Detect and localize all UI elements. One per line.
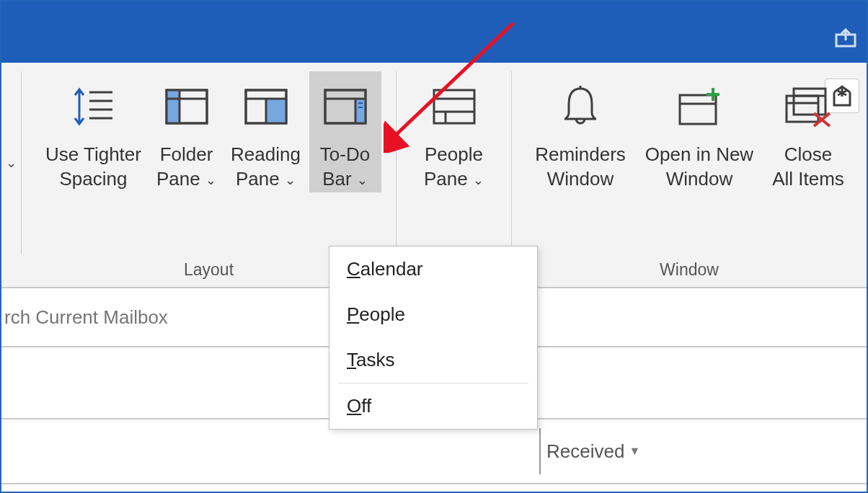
chevron-down-icon: ⌄	[357, 173, 368, 187]
folder-pane-button[interactable]: Folder Pane ⌄	[151, 71, 223, 192]
reminders-window-button[interactable]: Reminders Window	[523, 71, 637, 191]
bell-icon	[559, 74, 602, 139]
menu-item-off[interactable]: Off	[329, 383, 537, 429]
tighter-spacing-icon	[69, 74, 118, 139]
sort-label: Received	[546, 440, 624, 463]
label-line1: Reading	[231, 143, 301, 165]
label-line2: All Items	[772, 168, 844, 190]
label-line2: Spacing	[60, 168, 128, 190]
todo-bar-dropdown: Calendar People Tasks Off	[329, 246, 538, 430]
title-bar	[1, 1, 867, 63]
chevron-down-icon: ⌄	[6, 155, 17, 171]
chevron-down-icon: ▼	[629, 445, 640, 458]
menu-item-calendar[interactable]: Calendar	[329, 246, 537, 292]
people-pane-icon	[431, 74, 477, 139]
label-line1: Use Tighter	[45, 143, 141, 165]
open-new-window-button[interactable]: Open in New Window	[637, 71, 761, 191]
svg-rect-25	[794, 89, 825, 115]
group-overflow-button[interactable]: ⌄	[1, 71, 22, 254]
use-tighter-spacing-button[interactable]: Use Tighter Spacing	[37, 71, 151, 192]
svg-rect-27	[787, 96, 818, 122]
label-line1: Reminders	[535, 143, 626, 165]
reading-pane-button[interactable]: Reading Pane ⌄	[223, 71, 309, 192]
reading-pane-icon	[243, 74, 289, 139]
svg-rect-2	[167, 90, 180, 123]
folder-pane-icon	[164, 74, 210, 139]
label-line2: Pane	[424, 168, 468, 190]
svg-rect-7	[266, 99, 286, 123]
label-line1: Folder	[160, 143, 213, 165]
group-label-window: Window	[512, 260, 867, 280]
label-line2: Window	[547, 168, 614, 190]
new-window-icon	[674, 74, 725, 139]
chevron-down-icon: ⌄	[473, 173, 484, 187]
label-line1: To-Do	[320, 143, 370, 165]
close-all-items-button[interactable]: Close All Items	[761, 71, 855, 191]
close-windows-icon	[782, 74, 834, 139]
chevron-down-icon: ⌄	[285, 173, 296, 187]
sort-received-button[interactable]: Received ▼	[539, 428, 640, 474]
label-line2: Bar	[322, 168, 351, 190]
label-line1: People	[425, 143, 483, 165]
label-line2: Pane	[156, 168, 200, 190]
label-line2: Pane	[236, 168, 280, 190]
menu-item-people[interactable]: People	[329, 292, 537, 337]
menu-item-tasks[interactable]: Tasks	[329, 337, 537, 383]
collapse-ribbon-icon[interactable]	[835, 27, 856, 48]
svg-rect-23	[680, 95, 716, 124]
todo-bar-icon	[322, 74, 368, 139]
label-line1: Close	[784, 143, 832, 165]
label-line1: Open in New	[645, 143, 753, 165]
chevron-down-icon: ⌄	[205, 173, 216, 187]
svg-rect-18	[434, 90, 474, 123]
label-line2: Window	[666, 168, 732, 190]
todo-bar-button[interactable]: To-Do Bar ⌄	[309, 71, 381, 192]
people-pane-button[interactable]: People Pane ⌄	[407, 71, 501, 192]
